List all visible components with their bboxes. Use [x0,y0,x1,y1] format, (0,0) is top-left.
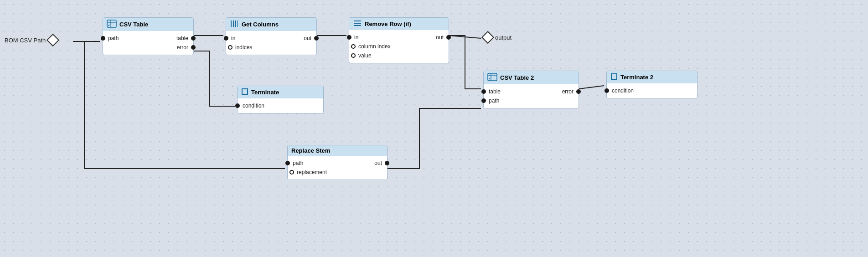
bom-csv-path-label: BOM CSV Path [5,37,46,44]
get-columns-title: Get Columns [242,21,279,28]
get-columns-icon [230,20,239,29]
csv-table-node: CSV Table path table error [103,17,194,55]
table-port-dot [191,36,196,41]
get-columns-body: in out indices [226,31,316,55]
replace-stem-body: path out replacement [288,156,387,180]
in-port-dot [224,36,228,41]
svg-rect-11 [488,73,497,81]
stem-out-dot [385,161,389,165]
terminate-header: Terminate [238,86,323,98]
terminate2-condition-row: condition [604,86,697,95]
stem-path-dot [285,161,290,165]
error-port-dot [191,45,196,50]
bom-csv-path-diamond [46,34,59,46]
csv-table2-icon [487,73,497,82]
remove-row-body: in out column index value [349,30,449,63]
remove-row-in-row: in out [349,33,449,42]
remove-col-index-row: column index [351,42,449,51]
terminate-condition-label: condition [240,103,267,109]
csv2-path-label: path [486,98,502,104]
replacement-circle [289,170,294,175]
stem-path-label: path [290,160,306,166]
csv-table-error-row: error [103,43,193,52]
get-columns-header: Get Columns [226,18,316,31]
terminate-condition-row: condition [235,101,323,110]
col-index-label: column index [356,43,393,50]
path-port-dot [101,36,105,41]
csv-table-title: CSV Table [119,21,148,28]
table-port-label: table [174,35,191,41]
terminate2-title: Terminate 2 [620,74,653,81]
csv-table-header: CSV Table [103,18,193,31]
terminate-condition-dot [235,103,240,108]
out-port-dot [314,36,319,41]
terminate2-condition-label: condition [609,87,636,94]
csv2-path-dot [481,98,486,103]
terminate-title: Terminate [251,89,279,96]
terminate2-node: Terminate 2 condition [606,71,698,98]
stem-out-label: out [372,160,385,166]
svg-rect-14 [611,74,617,79]
svg-rect-0 [107,20,116,27]
csv-table2-title: CSV Table 2 [500,74,534,81]
remove-row-header: Remove Row (if) [349,18,449,30]
get-columns-indices-row: indices [228,43,316,52]
terminate2-header: Terminate 2 [607,71,697,83]
get-columns-node: Get Columns in out indices [226,17,317,55]
output-diamond [481,31,494,44]
csv2-table-dot [481,89,486,94]
terminate2-body: condition [607,83,697,98]
csv2-table-label: table [486,88,503,95]
replace-stem-path-row: path out [288,159,387,168]
csv-table2-node: CSV Table 2 table error path [483,71,579,108]
col-index-circle [351,44,356,49]
terminate-body: condition [238,98,323,113]
replacement-label: replacement [294,169,330,175]
output-node: output [483,33,512,42]
csv2-error-label: error [559,88,576,95]
value-label: value [356,52,374,59]
get-columns-in-row: in out [226,34,316,43]
indices-port-circle [228,45,232,50]
remove-value-row: value [351,51,449,60]
path-port-label: path [105,35,121,41]
replace-stem-header: Replace Stem [288,145,387,156]
csv-table-body: path table error [103,31,193,55]
remove-row-icon [353,20,362,28]
terminate2-icon [610,73,618,82]
replace-stem-replacement-row: replacement [289,168,387,177]
csv-table2-path-row: path [481,96,579,105]
csv-table2-table-row: table error [484,87,579,96]
output-label: output [495,34,512,41]
remove-in-port-label: in [351,34,361,41]
terminate-icon [241,88,248,97]
error-port-label: error [174,44,191,51]
csv-table2-header: CSV Table 2 [484,71,579,84]
value-circle [351,53,356,58]
csv-table2-body: table error path [484,84,579,108]
csv2-error-dot [576,89,581,94]
csv-table-icon [107,20,117,29]
bom-csv-path-node: BOM CSV Path [5,36,57,45]
remove-row-node: Remove Row (if) in out column index valu… [349,17,449,63]
indices-port-label: indices [232,44,255,51]
replace-stem-title: Replace Stem [291,147,330,154]
remove-out-port-label: out [433,34,446,41]
terminate2-condition-dot [604,88,609,93]
out-port-label: out [301,35,314,41]
in-port-label: in [228,35,238,41]
remove-out-port-dot [446,35,451,40]
csv-table-path-row: path table [103,34,193,43]
remove-row-title: Remove Row (if) [365,21,411,27]
replace-stem-node: Replace Stem path out replacement [287,145,388,180]
terminate-node: Terminate condition [237,86,324,113]
remove-in-port-dot [347,35,351,40]
svg-rect-10 [242,89,248,94]
